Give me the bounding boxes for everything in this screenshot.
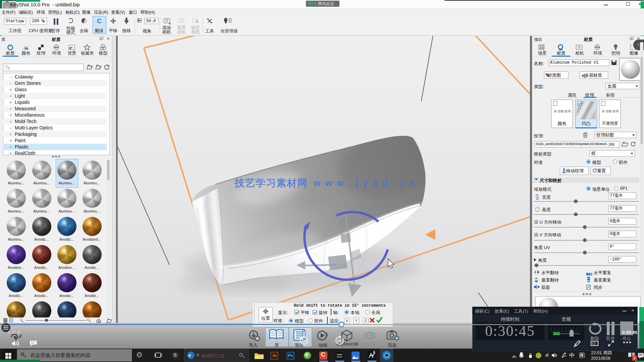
svg-text:www.jy3d.cn: www.jy3d.cn [313, 178, 420, 188]
svg-text:10: 10 [302, 339, 306, 343]
svg-text:技艺学习素材网: 技艺学习素材网 [234, 177, 308, 188]
svg-text:30: 30 [337, 339, 341, 343]
